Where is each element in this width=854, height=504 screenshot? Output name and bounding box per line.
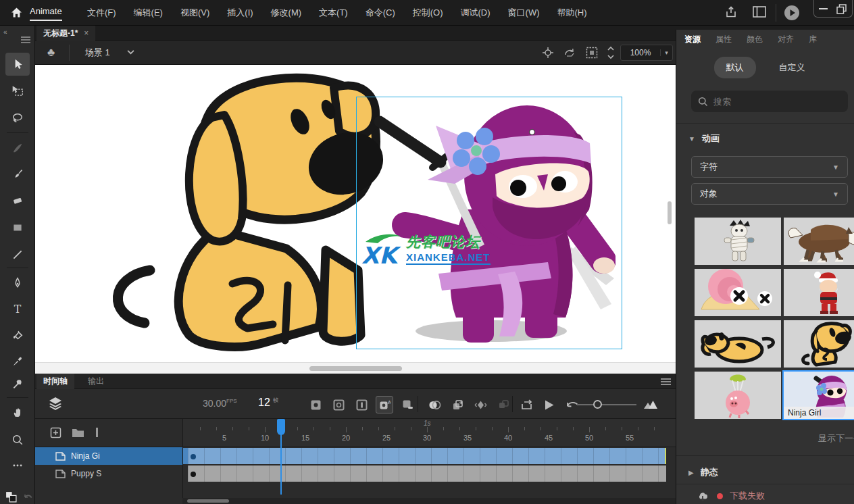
clip-outside-stage-icon[interactable]	[586, 47, 598, 59]
asset-thumb-dog-sitting[interactable]	[784, 320, 854, 368]
timeline-hscroll-thumb[interactable]	[187, 499, 229, 503]
keyframe-dot[interactable]	[191, 472, 196, 477]
canvas-hscroll-thumb[interactable]	[309, 366, 402, 371]
show-next-link[interactable]: 显示下一个	[818, 432, 854, 445]
swap-colors-icon[interactable]	[5, 490, 18, 503]
menu-item[interactable]: 编辑(E)	[125, 0, 172, 26]
mode-custom[interactable]: 自定义	[767, 57, 818, 78]
test-movie-icon[interactable]	[784, 5, 800, 21]
rectangle-tool[interactable]	[5, 216, 30, 239]
delete-layer-icon[interactable]	[96, 428, 98, 437]
menu-item[interactable]: 命令(C)	[357, 0, 404, 26]
tab-properties[interactable]: 属性	[715, 34, 732, 45]
insert-keyframe-icon[interactable]	[307, 396, 324, 413]
eyedropper-tool[interactable]	[5, 350, 30, 373]
hand-tool[interactable]	[5, 401, 30, 424]
frames-ruler[interactable]: 5101520253035404550551s	[183, 419, 676, 447]
menu-item[interactable]: 调试(D)	[452, 0, 499, 26]
fps-value[interactable]: 30.00FPS	[203, 398, 237, 409]
ninja-girl-artwork[interactable]	[363, 101, 616, 345]
edit-symbols-icon[interactable]: ♣	[47, 46, 55, 59]
timeline-menu-icon[interactable]	[661, 378, 671, 385]
frame-view-icon[interactable]	[495, 396, 512, 413]
undo-icon[interactable]	[23, 492, 34, 503]
zoom-tool[interactable]	[5, 428, 30, 451]
restore-window-icon[interactable]	[836, 4, 847, 14]
insert-frame-icon[interactable]	[353, 396, 370, 413]
tab-timeline[interactable]: 时间轴	[36, 374, 74, 389]
timeline-zoom-max-icon[interactable]	[642, 396, 659, 413]
onion-skin-icon[interactable]	[426, 396, 443, 413]
timeline-hscrollbar[interactable]	[182, 498, 676, 504]
asset-thumb-pig-parachute[interactable]	[695, 372, 781, 419]
minimize-icon[interactable]	[819, 8, 828, 9]
fluid-brush-tool[interactable]	[5, 136, 30, 159]
paint-bucket-tool[interactable]	[5, 324, 30, 347]
more-tools-icon[interactable]	[5, 454, 30, 477]
tab-align[interactable]: 对齐	[778, 34, 794, 45]
eraser-tool[interactable]	[5, 189, 30, 212]
section-static[interactable]: ▶ 静态	[688, 466, 718, 478]
play-icon[interactable]	[541, 396, 558, 413]
text-tool[interactable]: T	[5, 297, 30, 320]
free-transform-tool[interactable]	[5, 80, 30, 103]
workspace-icon[interactable]	[753, 6, 766, 18]
stage-canvas[interactable]: XK 先客吧论坛 XIANKEBA.NET	[35, 65, 676, 362]
close-tab-icon[interactable]: ×	[84, 28, 89, 38]
layers-panel-icon[interactable]	[49, 397, 62, 410]
search-box[interactable]	[691, 91, 848, 112]
tab-output[interactable]: 输出	[81, 374, 111, 389]
section-animated[interactable]: ▼ 动画	[688, 132, 720, 145]
asset-thumb-ninja-girl[interactable]: Ninja Girl	[784, 372, 854, 419]
document-tab[interactable]: 无标题-1* ×	[36, 26, 95, 41]
asset-warp-tool[interactable]	[5, 373, 30, 396]
home-icon[interactable]	[11, 7, 22, 18]
canvas-vertical-scrollbar[interactable]	[668, 201, 672, 224]
scene-name[interactable]: 场景 1	[85, 47, 110, 59]
loop-playback-icon[interactable]	[518, 396, 535, 413]
selection-tool[interactable]	[5, 53, 30, 76]
zoom-stepper-icon[interactable]	[607, 45, 615, 60]
pen-tool[interactable]	[5, 272, 30, 295]
tab-library[interactable]: 库	[809, 34, 817, 45]
auto-keyframe-icon[interactable]: A	[376, 396, 393, 413]
tab-color[interactable]: 颜色	[747, 34, 763, 45]
asset-thumb-snail[interactable]	[695, 269, 781, 316]
zoom-chevron-down-icon[interactable]: ▾	[660, 49, 672, 56]
menu-item[interactable]: 插入(I)	[218, 0, 261, 26]
insert-blank-keyframe-icon[interactable]	[330, 396, 347, 413]
layer-span-ninja[interactable]	[188, 448, 666, 464]
app-name[interactable]: Animate	[30, 6, 62, 21]
keyframe-dot[interactable]	[191, 454, 196, 459]
create-tween-icon[interactable]	[472, 396, 489, 413]
timeline-frames[interactable]: 5101520253035404550551s	[182, 419, 676, 504]
filter-characters[interactable]: 字符 ▼	[691, 156, 848, 178]
layer-span-puppy[interactable]	[188, 465, 666, 482]
menu-item[interactable]: 窗口(W)	[499, 0, 549, 26]
remove-frames-icon[interactable]	[399, 396, 416, 413]
playhead-head[interactable]	[277, 419, 285, 435]
new-folder-icon[interactable]	[72, 428, 84, 438]
transformation-point[interactable]	[529, 129, 535, 135]
lasso-tool[interactable]	[5, 107, 30, 130]
search-input[interactable]	[713, 97, 828, 107]
layer-row-ninja-girl[interactable]: Ninja Gi	[35, 447, 182, 465]
asset-thumb-dog-running[interactable]	[695, 320, 781, 368]
timeline-zoom-knob[interactable]	[593, 400, 602, 409]
layer-row-puppy[interactable]: Puppy S	[35, 465, 182, 482]
selection-bounding-box[interactable]	[356, 97, 622, 349]
menu-item[interactable]: 修改(M)	[262, 0, 311, 26]
new-layer-icon[interactable]	[50, 427, 61, 438]
menu-item[interactable]: 视图(V)	[172, 0, 218, 26]
scene-chevron-down-icon[interactable]	[127, 49, 134, 55]
timeline-zoom-slider[interactable]	[577, 404, 636, 405]
menu-item[interactable]: 文本(T)	[310, 0, 357, 26]
asset-thumb-wolf[interactable]	[784, 218, 854, 265]
share-icon[interactable]	[724, 5, 738, 19]
tab-assets[interactable]: 资源	[684, 34, 701, 45]
mode-default[interactable]: 默认	[714, 57, 756, 78]
line-tool[interactable]	[5, 243, 30, 266]
zoom-level-control[interactable]: 100% ▾	[620, 45, 673, 61]
menu-item[interactable]: 控制(O)	[404, 0, 452, 26]
rotate-view-icon[interactable]	[563, 47, 576, 59]
